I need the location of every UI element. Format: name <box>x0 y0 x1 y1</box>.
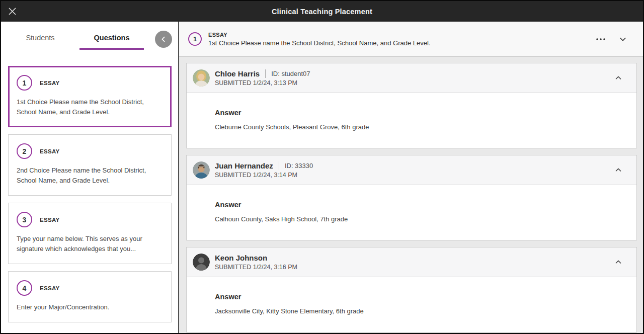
question-type-label: ESSAY <box>40 80 59 86</box>
sidebar-tabs: Students Questions <box>1 22 178 56</box>
question-list: 1 ESSAY 1st Choice Please name the Schoo… <box>1 56 178 333</box>
question-text: Enter your Major/Concentration. <box>17 302 163 312</box>
answer-text: Jacksonville City, Kitty Stone Elementar… <box>215 307 626 315</box>
question-number-badge: 4 <box>17 280 32 296</box>
question-header: 1 ESSAY 1st Choice Please name the Schoo… <box>179 22 643 57</box>
submitted-timestamp: SUBMITTED 1/2/24, 3:14 PM <box>215 172 610 179</box>
submission-header[interactable]: Chloe Harris ID: student07 SUBMITTED 1/2… <box>187 63 636 93</box>
submission-card-chloe-harris: Chloe Harris ID: student07 SUBMITTED 1/2… <box>186 63 637 148</box>
submission-card-keon-johnson: Keon Johnson SUBMITTED 1/2/24, 3:16 PM A… <box>186 247 637 332</box>
question-collapse-button[interactable] <box>615 31 631 47</box>
submission-header[interactable]: Keon Johnson SUBMITTED 1/2/24, 3:16 PM <box>187 247 636 277</box>
chevron-left-icon <box>159 35 168 43</box>
divider <box>279 161 279 170</box>
sidebar-collapse-button[interactable] <box>155 31 172 48</box>
question-card-3[interactable]: 3 ESSAY Type your name below. This serve… <box>8 203 172 264</box>
close-icon <box>8 7 17 16</box>
submission-body: Answer Calhoun County, Saks High School,… <box>187 185 636 240</box>
answer-label: Answer <box>215 293 626 301</box>
chevron-up-icon <box>614 258 623 267</box>
submission-collapse-button[interactable] <box>610 70 626 86</box>
question-card-1[interactable]: 1 ESSAY 1st Choice Please name the Schoo… <box>8 66 172 127</box>
chevron-up-icon <box>614 165 623 175</box>
answer-text: Cleburne County Schools, Pleasant Grove,… <box>215 123 626 131</box>
submission-body: Answer Cleburne County Schools, Pleasant… <box>187 93 636 148</box>
question-text: 2nd Choice Please name the School Distri… <box>17 165 163 186</box>
tab-students[interactable]: Students <box>8 34 72 50</box>
question-type-label: ESSAY <box>208 32 593 38</box>
question-text: Type your name below. This serves as you… <box>17 234 163 254</box>
submission-body: Answer Jacksonville City, Kitty Stone El… <box>187 277 636 332</box>
top-bar: Clinical Teaching Placement <box>1 1 643 22</box>
student-name: Chloe Harris <box>215 69 260 78</box>
submission-collapse-button[interactable] <box>610 254 626 270</box>
page-title: Clinical Teaching Placement <box>1 8 643 16</box>
question-type-label: ESSAY <box>40 217 59 223</box>
clinical-teaching-placement-window: Clinical Teaching Placement Students Que… <box>0 0 644 334</box>
submission-collapse-button[interactable] <box>610 162 626 178</box>
close-button[interactable] <box>5 5 19 19</box>
question-number-badge: 3 <box>17 212 32 227</box>
answer-text: Calhoun County, Saks High School, 7th gr… <box>215 215 626 223</box>
submission-card-juan-hernandez: Juan Hernandez ID: 33330 SUBMITTED 1/2/2… <box>186 155 637 240</box>
question-text: 1st Choice Please name the School Distri… <box>208 39 593 47</box>
body-row: Students Questions 1 ESSAY 1st Choice Pl… <box>1 22 643 333</box>
student-id: ID: student07 <box>271 70 310 77</box>
answer-label: Answer <box>215 109 626 117</box>
avatar <box>193 254 210 271</box>
question-number-badge: 1 <box>188 32 202 46</box>
question-type-label: ESSAY <box>40 148 59 154</box>
avatar <box>193 161 210 179</box>
question-card-2[interactable]: 2 ESSAY 2nd Choice Please name the Schoo… <box>8 134 172 196</box>
tab-questions[interactable]: Questions <box>79 34 144 50</box>
submission-header[interactable]: Juan Hernandez ID: 33330 SUBMITTED 1/2/2… <box>187 155 636 185</box>
answer-label: Answer <box>215 201 626 209</box>
question-card-4[interactable]: 4 ESSAY Enter your Major/Concentration. <box>8 271 172 322</box>
main-panel: 1 ESSAY 1st Choice Please name the Schoo… <box>179 22 643 333</box>
student-name: Juan Hernandez <box>215 161 273 170</box>
student-id: ID: 33330 <box>285 162 313 170</box>
chevron-down-icon <box>618 35 627 44</box>
avatar <box>193 69 210 87</box>
question-options-button[interactable] <box>593 31 609 47</box>
question-number-badge: 2 <box>17 143 32 159</box>
submitted-timestamp: SUBMITTED 1/2/24, 3:13 PM <box>215 79 610 87</box>
question-text: 1st Choice Please name the School Distri… <box>17 97 163 117</box>
student-name: Keon Johnson <box>215 254 267 262</box>
ellipsis-menu-icon <box>596 38 606 41</box>
submitted-timestamp: SUBMITTED 1/2/24, 3:16 PM <box>215 264 610 271</box>
chevron-up-icon <box>614 73 623 82</box>
divider <box>265 69 266 78</box>
sidebar: Students Questions 1 ESSAY 1st Choice Pl… <box>1 22 179 333</box>
question-number-badge: 1 <box>17 75 32 91</box>
submissions-list: Chloe Harris ID: student07 SUBMITTED 1/2… <box>179 57 643 333</box>
question-type-label: ESSAY <box>40 285 59 291</box>
